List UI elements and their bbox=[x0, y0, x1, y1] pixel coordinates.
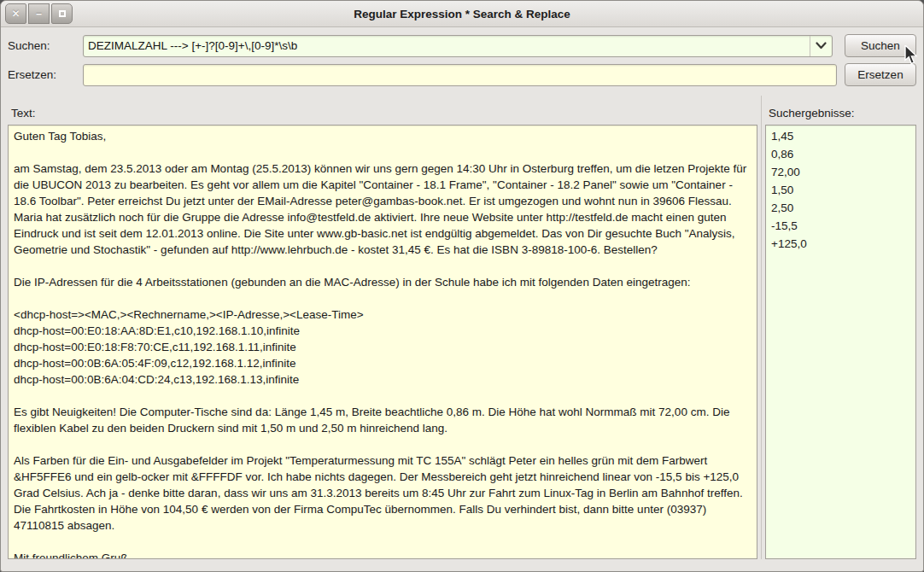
replace-input[interactable] bbox=[83, 64, 837, 86]
maximize-icon bbox=[59, 10, 66, 17]
search-input[interactable] bbox=[84, 36, 810, 56]
text-line bbox=[14, 144, 751, 161]
window-controls: ✕ – bbox=[5, 3, 73, 24]
chevron-down-icon bbox=[816, 42, 827, 50]
results-list[interactable]: 1,450,8672,001,502,50-15,5+125,0 bbox=[765, 125, 916, 559]
result-item[interactable]: 0,86 bbox=[769, 145, 912, 163]
text-line: Die IP-Adressen für die 4 Arbeitsstation… bbox=[14, 274, 751, 290]
search-dropdown-button[interactable] bbox=[810, 36, 832, 56]
text-line: Es gibt Neuigkeiten! Die Computer-Tische… bbox=[14, 404, 751, 436]
replace-row: Ersetzen: Ersetzen bbox=[8, 63, 916, 86]
window-title: Regular Expression * Search & Replace bbox=[1, 8, 923, 20]
search-combobox bbox=[83, 35, 833, 57]
text-line bbox=[14, 290, 751, 306]
result-item[interactable]: 1,45 bbox=[769, 127, 912, 145]
result-item[interactable]: -15,5 bbox=[769, 217, 912, 235]
replace-label: Ersetzen: bbox=[8, 68, 83, 81]
text-line: Mit freundlichem Gruß bbox=[14, 550, 751, 559]
text-line bbox=[14, 436, 751, 452]
text-line: dhcp-host=00:0B:6A:05:4F:09,c12,192.168.… bbox=[14, 355, 751, 371]
close-button[interactable]: ✕ bbox=[5, 3, 26, 24]
results-pane: Suchergebnisse: 1,450,8672,001,502,50-15… bbox=[765, 101, 916, 559]
maximize-button[interactable] bbox=[51, 3, 73, 24]
result-item[interactable]: +125,0 bbox=[769, 235, 912, 253]
text-line: dhcp-host=00:E0:18:F8:70:CE,c11,192.168.… bbox=[14, 339, 751, 355]
text-pane: Text: Guten Tag Tobias,am Samstag, dem 2… bbox=[8, 101, 757, 559]
main-content: Text: Guten Tag Tobias,am Samstag, dem 2… bbox=[1, 96, 923, 571]
text-line: <dhcp-host=><MAC,><Rechnername,><IP-Adre… bbox=[14, 306, 751, 323]
text-line: dhcp-host=00:E0:18:AA:8D:E1,c10,192.168.… bbox=[14, 323, 751, 339]
text-line: am Samstag, dem 23.5.2013 oder am Montag… bbox=[14, 161, 751, 258]
search-label: Suchen: bbox=[8, 39, 83, 52]
search-row: Suchen: Suchen bbox=[8, 34, 916, 57]
search-replace-toolbar: Suchen: Suchen Ersetzen: Ersetzen bbox=[1, 27, 923, 96]
text-area[interactable]: Guten Tag Tobias,am Samstag, dem 23.5.20… bbox=[8, 125, 757, 559]
minimize-icon: – bbox=[36, 8, 42, 20]
text-line: dhcp-host=00:0B:6A:04:CD:24,c13,192.168.… bbox=[14, 371, 751, 388]
text-line: Als Farben für die Ein- und Ausgabefelde… bbox=[14, 452, 751, 534]
search-button[interactable]: Suchen bbox=[845, 34, 916, 57]
minimize-button[interactable]: – bbox=[28, 3, 50, 24]
titlebar: ✕ – Regular Expression * Search & Replac… bbox=[1, 1, 923, 27]
result-item[interactable]: 72,00 bbox=[769, 163, 912, 181]
app-window: ✕ – Regular Expression * Search & Replac… bbox=[0, 0, 924, 572]
pane-splitter[interactable] bbox=[757, 101, 765, 559]
results-pane-label: Suchergebnisse: bbox=[765, 101, 916, 125]
result-item[interactable]: 1,50 bbox=[769, 181, 912, 199]
text-line bbox=[14, 388, 751, 404]
text-line: Guten Tag Tobias, bbox=[14, 128, 751, 144]
close-icon: ✕ bbox=[11, 8, 20, 20]
result-item[interactable]: 2,50 bbox=[769, 199, 912, 217]
text-line bbox=[14, 534, 751, 550]
text-pane-label: Text: bbox=[8, 101, 757, 125]
text-line bbox=[14, 258, 751, 274]
replace-button[interactable]: Ersetzen bbox=[845, 63, 916, 86]
